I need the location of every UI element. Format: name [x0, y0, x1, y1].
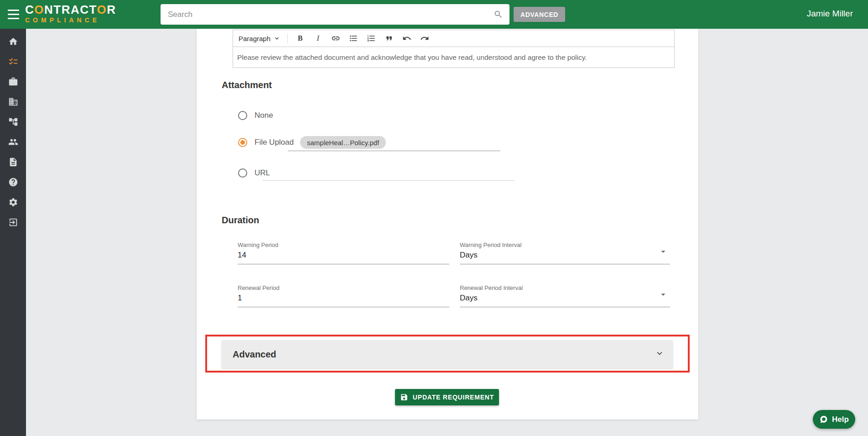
sidebar — [0, 29, 26, 436]
warning-period-interval-select[interactable]: Warning Period Interval Days — [460, 242, 670, 264]
radio-url[interactable] — [238, 168, 247, 178]
numbered-list-icon — [367, 34, 376, 43]
editor-toolbar: Paragraph B I — [233, 30, 674, 47]
redo-button[interactable] — [419, 32, 430, 44]
requirement-form-card: Paragraph B I — [197, 29, 698, 420]
sidebar-item-contractors[interactable] — [0, 132, 26, 152]
search-input[interactable] — [161, 4, 509, 25]
building-icon — [8, 97, 18, 107]
briefcase-icon — [8, 77, 18, 87]
radio-file-upload-label[interactable]: File Upload — [255, 138, 294, 147]
help-widget-label: Help — [832, 415, 849, 424]
sidebar-item-help[interactable] — [0, 172, 26, 192]
renewal-period-field[interactable]: Renewal Period 1 — [238, 284, 449, 307]
undo-icon — [402, 34, 411, 43]
italic-button[interactable]: I — [312, 32, 323, 44]
gear-icon — [8, 197, 18, 207]
advanced-accordion-label: Advanced — [233, 349, 276, 360]
update-requirement-button[interactable]: UPDATE REQUIREMENT — [395, 389, 499, 405]
uploaded-file-chip[interactable]: sampleHeal…Policy.pdf — [300, 136, 386, 149]
renewal-period-interval-select[interactable]: Renewal Period Interval Days — [460, 284, 670, 307]
attachment-option-url[interactable]: URL — [238, 168, 270, 179]
home-icon — [8, 37, 18, 47]
radio-none-label[interactable]: None — [255, 111, 273, 120]
bold-button[interactable]: B — [295, 32, 306, 44]
attachment-option-none[interactable]: None — [238, 110, 273, 121]
file-upload-field-underline — [288, 151, 500, 151]
people-icon — [8, 137, 18, 147]
app-root: CONTRACTOR COMPLIANCE ADVANCED Jamie Mil… — [0, 0, 868, 436]
app-header: CONTRACTOR COMPLIANCE ADVANCED Jamie Mil… — [0, 0, 868, 29]
bulleted-list-icon — [349, 34, 358, 43]
paragraph-format-dropdown[interactable]: Paragraph — [239, 35, 281, 42]
paragraph-format-label: Paragraph — [239, 35, 270, 42]
url-input-field[interactable] — [263, 180, 514, 181]
sidebar-item-requirements[interactable] — [0, 52, 26, 72]
sidebar-item-home[interactable] — [0, 32, 26, 52]
renewal-period-label: Renewal Period — [238, 284, 449, 291]
renewal-period-interval-value: Days — [460, 294, 670, 303]
sidebar-item-documents[interactable] — [0, 152, 26, 172]
radio-file-upload[interactable] — [238, 138, 247, 147]
checklist-icon — [8, 57, 18, 67]
update-requirement-label: UPDATE REQUIREMENT — [413, 394, 494, 401]
sidebar-item-companies[interactable] — [0, 92, 26, 112]
undo-button[interactable] — [401, 32, 412, 44]
search-bar — [161, 4, 509, 25]
redo-icon — [420, 34, 429, 43]
radio-none[interactable] — [238, 111, 247, 120]
warning-period-field[interactable]: Warning Period 14 — [238, 242, 449, 264]
save-icon — [400, 393, 408, 401]
document-icon — [8, 157, 18, 167]
attachment-heading: Attachment — [222, 80, 272, 90]
sidebar-item-jobs[interactable] — [0, 72, 26, 92]
chat-bubble-icon — [819, 415, 828, 424]
help-circle-icon — [8, 177, 18, 187]
menu-icon[interactable] — [8, 10, 19, 19]
chevron-down-icon — [655, 348, 665, 360]
bulleted-list-button[interactable] — [348, 32, 359, 44]
editor-content-area[interactable]: Please review the attached document and … — [233, 47, 674, 68]
attachment-option-file-upload[interactable]: File Upload sampleHeal…Policy.pdf — [238, 136, 386, 149]
warning-period-label: Warning Period — [238, 242, 449, 248]
logo-line1: CONTRACTOR — [25, 3, 116, 16]
sidebar-item-org-chart[interactable] — [0, 112, 26, 132]
user-name[interactable]: Jamie Miller — [807, 9, 853, 19]
link-button[interactable] — [330, 32, 341, 44]
numbered-list-button[interactable] — [366, 32, 377, 44]
blockquote-icon — [385, 34, 394, 43]
link-icon — [331, 34, 340, 43]
duration-heading: Duration — [222, 215, 259, 226]
logo-line2: COMPLIANCE — [25, 16, 116, 24]
description-editor: Paragraph B I — [233, 30, 675, 68]
tree-icon — [8, 117, 18, 127]
warning-period-interval-label: Warning Period Interval — [460, 242, 670, 248]
search-icon[interactable] — [494, 10, 503, 21]
logout-icon — [8, 217, 18, 227]
warning-period-interval-value: Days — [460, 251, 670, 260]
renewal-period-value: 1 — [238, 294, 449, 303]
sidebar-item-logout[interactable] — [0, 212, 26, 232]
help-widget-button[interactable]: Help — [813, 410, 855, 429]
sidebar-item-settings[interactable] — [0, 192, 26, 212]
chevron-down-icon — [273, 35, 281, 42]
renewal-period-interval-label: Renewal Period Interval — [460, 284, 670, 291]
app-logo[interactable]: CONTRACTOR COMPLIANCE — [25, 3, 116, 24]
blockquote-button[interactable] — [384, 32, 395, 44]
advanced-search-button[interactable]: ADVANCED — [514, 7, 565, 22]
warning-period-value: 14 — [238, 251, 449, 260]
advanced-accordion-header[interactable]: Advanced — [222, 340, 673, 368]
radio-url-label[interactable]: URL — [255, 168, 270, 178]
editor-content-text: Please review the attached document and … — [237, 53, 587, 62]
toolbar-divider — [287, 33, 288, 43]
